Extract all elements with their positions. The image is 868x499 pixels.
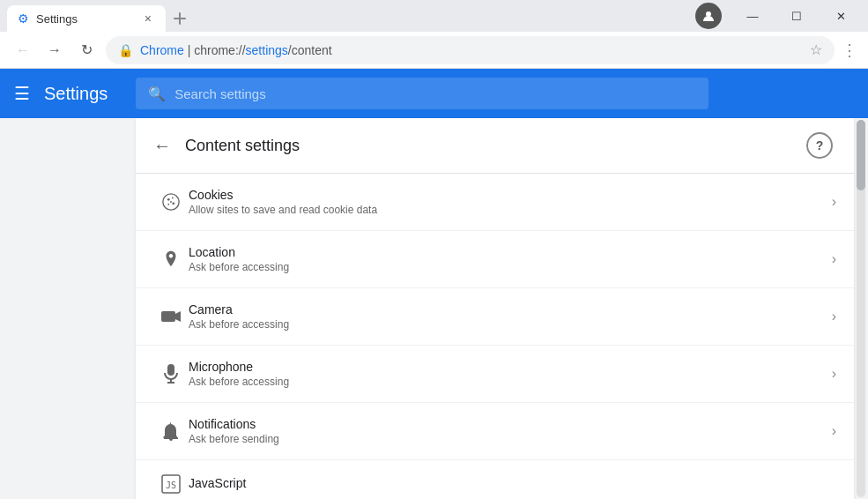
microphone-arrow-icon: › xyxy=(832,366,836,382)
main-layout: ← Content settings ? Cookies Allow sites… xyxy=(0,118,868,499)
cookies-content: Cookies Allow sites to save and read coo… xyxy=(189,188,832,216)
window-controls: — ☐ ✕ xyxy=(695,0,861,32)
javascript-title: JavaScript xyxy=(189,476,836,490)
cookies-item[interactable]: Cookies Allow sites to save and read coo… xyxy=(136,174,854,231)
camera-content: Camera Ask before accessing xyxy=(189,302,832,331)
browser-menu-button[interactable]: ⋮ xyxy=(842,41,857,60)
url-scheme: chrome:// xyxy=(194,43,245,57)
url-bar[interactable]: 🔒 Chrome | chrome://settings/content ☆ xyxy=(106,36,835,64)
scrollbar-thumb[interactable] xyxy=(857,120,865,190)
hamburger-menu-icon[interactable]: ☰ xyxy=(14,83,30,104)
notifications-content: Notifications Ask before sending xyxy=(189,417,832,445)
svg-point-6 xyxy=(172,202,174,205)
svg-point-7 xyxy=(167,204,169,205)
location-arrow-icon: › xyxy=(832,251,836,267)
javascript-item[interactable]: JS JavaScript xyxy=(136,460,854,499)
camera-subtitle: Ask before accessing xyxy=(189,318,832,331)
notifications-subtitle: Ask before sending xyxy=(189,433,832,445)
url-path: /content xyxy=(288,43,332,57)
location-title: Location xyxy=(189,245,832,259)
settings-list: Cookies Allow sites to save and read coo… xyxy=(136,174,854,499)
location-subtitle: Ask before accessing xyxy=(189,261,832,273)
search-bar[interactable]: 🔍 xyxy=(136,78,708,109)
content-header: ← Content settings ? xyxy=(136,118,854,174)
camera-arrow-icon: › xyxy=(832,309,836,324)
camera-title: Camera xyxy=(189,302,832,317)
title-bar: ⚙ Settings × — ☐ ✕ xyxy=(0,0,868,32)
svg-point-5 xyxy=(172,197,174,199)
svg-point-4 xyxy=(167,198,170,201)
help-button[interactable]: ? xyxy=(806,132,833,159)
content-title: Content settings xyxy=(185,137,300,155)
browser-tab[interactable]: ⚙ Settings × xyxy=(7,5,166,32)
svg-text:JS: JS xyxy=(166,480,176,490)
back-button[interactable]: ← xyxy=(11,38,35,63)
microphone-icon xyxy=(153,363,189,384)
notifications-title: Notifications xyxy=(189,417,832,431)
tab-settings-icon: ⚙ xyxy=(18,11,29,26)
new-tab-button[interactable] xyxy=(166,5,194,32)
svg-marker-10 xyxy=(175,311,181,322)
svg-rect-11 xyxy=(167,364,174,376)
app-title: Settings xyxy=(44,84,108,104)
forward-icon: → xyxy=(48,42,62,58)
address-bar: ← → ↻ 🔒 Chrome | chrome://settings/conte… xyxy=(0,32,868,69)
cookies-icon xyxy=(153,192,189,212)
back-icon: ← xyxy=(16,42,30,58)
url-settings: settings xyxy=(246,43,288,57)
content-panel: ← Content settings ? Cookies Allow sites… xyxy=(136,118,854,499)
maximize-button[interactable]: ☐ xyxy=(776,0,817,32)
profile-button[interactable] xyxy=(695,3,722,29)
url-display: Chrome | chrome://settings/content xyxy=(140,43,796,57)
camera-item[interactable]: Camera Ask before accessing › xyxy=(136,288,854,346)
content-header-left: ← Content settings xyxy=(153,136,300,156)
cookies-subtitle: Allow sites to save and read cookie data xyxy=(189,204,832,216)
scrollbar-track[interactable] xyxy=(857,120,865,497)
notifications-item[interactable]: ➔ Notifications Ask before sending › xyxy=(136,403,854,460)
javascript-content: JavaScript xyxy=(189,476,836,492)
scrollbar-area xyxy=(854,118,868,499)
minimize-button[interactable]: — xyxy=(732,0,773,32)
microphone-item[interactable]: Microphone Ask before accessing › xyxy=(136,346,854,403)
content-back-button[interactable]: ← xyxy=(153,136,171,156)
microphone-content: Microphone Ask before accessing xyxy=(189,360,832,388)
url-chrome-label: Chrome xyxy=(140,43,184,57)
svg-rect-9 xyxy=(161,311,175,322)
camera-icon xyxy=(153,309,189,324)
bookmark-star-icon[interactable]: ☆ xyxy=(810,41,822,58)
refresh-icon: ↻ xyxy=(81,41,93,58)
app-header: ☰ Settings 🔍 xyxy=(0,69,868,118)
cookies-title: Cookies xyxy=(189,188,832,202)
close-button[interactable]: ✕ xyxy=(820,0,861,32)
notifications-arrow-icon: › xyxy=(832,423,836,439)
sidebar-space xyxy=(0,118,136,499)
microphone-title: Microphone xyxy=(189,360,832,374)
search-input[interactable] xyxy=(174,86,696,101)
search-icon: 🔍 xyxy=(148,86,166,102)
site-icon: 🔒 xyxy=(118,43,133,57)
svg-rect-1 xyxy=(179,12,181,25)
location-item[interactable]: Location Ask before accessing › xyxy=(136,231,854,288)
javascript-icon: JS xyxy=(153,474,189,494)
location-icon xyxy=(153,250,189,269)
refresh-button[interactable]: ↻ xyxy=(74,38,99,63)
microphone-subtitle: Ask before accessing xyxy=(189,376,832,388)
notifications-icon xyxy=(153,421,189,442)
tab-title: Settings xyxy=(36,12,134,26)
tab-close-button[interactable]: × xyxy=(141,10,155,27)
cookies-arrow-icon: › xyxy=(832,194,836,210)
location-content: Location Ask before accessing xyxy=(189,245,832,273)
svg-point-8 xyxy=(170,201,172,203)
forward-button[interactable]: → xyxy=(42,38,67,63)
title-bar-left: ⚙ Settings × xyxy=(7,0,194,32)
